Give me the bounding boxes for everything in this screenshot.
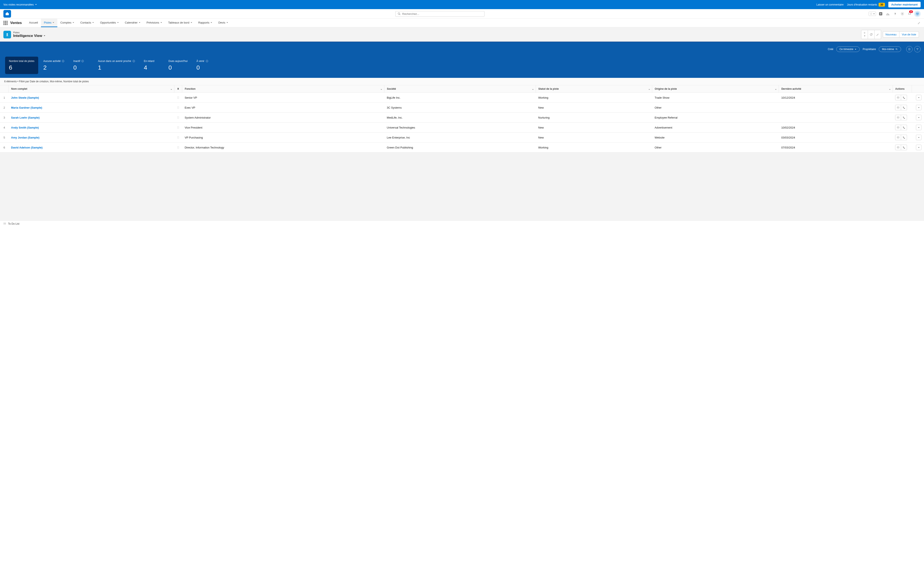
chevron-down-icon[interactable]: ⌄ — [170, 87, 172, 90]
nav-item-pistes[interactable]: Pistes — [41, 19, 57, 27]
nav-item-contacts[interactable]: Contacts — [77, 19, 97, 27]
call-button[interactable] — [901, 145, 907, 150]
refresh-button[interactable] — [868, 30, 874, 39]
row-number: 4 — [0, 123, 9, 133]
bookmark-toggle[interactable] — [174, 142, 182, 153]
bookmark-panel-button[interactable] — [906, 46, 912, 52]
setup-button[interactable] — [900, 11, 905, 16]
avatar-icon — [915, 12, 920, 16]
guidance-button[interactable] — [885, 11, 891, 16]
lead-name-link[interactable]: Sarah Loehr (Sample) — [11, 116, 39, 119]
metric-card[interactable]: Aucun dans un avenir proche1 — [94, 57, 138, 74]
call-button[interactable] — [901, 125, 907, 130]
inline-edit-button[interactable] — [874, 30, 881, 39]
lead-name-link[interactable]: Maria Gardner (Sample) — [11, 106, 42, 109]
lead-name-link[interactable]: Amy Jordan (Sample) — [11, 136, 39, 139]
cell-activity — [779, 103, 892, 112]
row-more-button[interactable] — [916, 105, 921, 110]
buy-now-button[interactable]: Acheter maintenant — [888, 2, 921, 8]
bookmark-icon — [177, 136, 179, 139]
scope-filter-button[interactable]: Moi-même — [879, 46, 901, 52]
filter-toggle-button[interactable] — [914, 46, 921, 52]
app-launcher-button[interactable] — [3, 21, 8, 25]
bookmark-toggle[interactable] — [174, 133, 182, 142]
chevron-down-icon[interactable]: ⌄ — [775, 87, 777, 90]
nav-item-accueil[interactable]: Accueil — [26, 19, 41, 27]
nav-item-rapports[interactable]: Rapports — [195, 19, 215, 27]
lead-name-link[interactable]: John Steele (Sample) — [11, 96, 39, 99]
bookmark-toggle[interactable] — [174, 112, 182, 123]
email-button[interactable] — [895, 105, 901, 110]
view-switcher[interactable]: Intelligence View — [13, 34, 45, 38]
new-button[interactable]: Nouveau — [883, 32, 899, 38]
metric-card[interactable]: Aucune activité2 — [39, 57, 68, 74]
email-button[interactable] — [895, 125, 901, 130]
chevron-down-icon[interactable]: ⌄ — [532, 87, 534, 90]
nav-item-calendrier[interactable]: Calendrier — [122, 19, 143, 27]
leave-comment-link[interactable]: Laisser un commentaire — [816, 3, 844, 6]
chevron-down-icon[interactable]: ⌄ — [648, 87, 650, 90]
global-search[interactable] — [395, 11, 485, 17]
metric-card[interactable]: Dues aujourd'hui0 — [165, 57, 191, 74]
email-button[interactable] — [895, 115, 901, 120]
search-input[interactable] — [402, 12, 482, 15]
col-status[interactable]: Statut de la piste⌄ — [536, 85, 652, 93]
bookmark-toggle[interactable] — [174, 93, 182, 103]
col-company[interactable]: Société⌄ — [384, 85, 536, 93]
call-button[interactable] — [901, 115, 907, 120]
add-button[interactable] — [878, 11, 883, 16]
call-button[interactable] — [901, 105, 907, 110]
chevron-down-icon — [190, 22, 193, 24]
nav-item-devis[interactable]: Devis — [215, 19, 231, 27]
call-button[interactable] — [901, 95, 907, 100]
metric-label: Dues aujourd'hui — [169, 60, 188, 63]
avatar[interactable] — [914, 10, 921, 17]
row-more-button[interactable] — [916, 125, 921, 130]
col-name[interactable]: Nom complet⌄ — [9, 85, 174, 93]
col-origin[interactable]: Origine de la piste⌄ — [652, 85, 778, 93]
nav-bar: Ventes AccueilPistesComptesContactsOppor… — [0, 19, 924, 27]
metric-label: Aucun dans un avenir proche — [98, 60, 135, 63]
notifications-button[interactable]: 10 — [907, 11, 912, 16]
metric-card[interactable]: Nombre total de pistes6 — [5, 57, 38, 74]
chevron-down-icon[interactable]: ⌄ — [889, 87, 891, 90]
nav-item-opportunités[interactable]: Opportunités — [97, 19, 122, 27]
nav-edit-button[interactable] — [918, 21, 921, 24]
row-more-button[interactable] — [916, 135, 921, 140]
nav-item-tableaux-de-bord[interactable]: Tableaux de bord — [165, 19, 195, 27]
app-logo[interactable] — [3, 10, 11, 18]
nav-item-prévisions[interactable]: Prévisions — [143, 19, 165, 27]
email-button[interactable] — [895, 95, 901, 100]
metric-card[interactable]: À venir0 — [193, 57, 216, 74]
bookmark-toggle[interactable] — [174, 123, 182, 133]
list-settings-button[interactable] — [861, 30, 868, 39]
todo-list-button[interactable]: To Do List — [8, 222, 19, 225]
col-activity[interactable]: Dernière activité⌄ — [779, 85, 892, 93]
email-button[interactable] — [895, 145, 901, 150]
envelope-icon — [897, 126, 900, 129]
lead-name-link[interactable]: David Adelson (Sample) — [11, 146, 42, 149]
nav-item-comptes[interactable]: Comptes — [57, 19, 77, 27]
row-more-button[interactable] — [916, 95, 921, 100]
favorites-button[interactable] — [868, 12, 876, 16]
help-button[interactable]: ? — [892, 11, 898, 16]
recommended-visits-link[interactable]: Vos visites recommandées — [3, 3, 37, 6]
bookmark-icon — [177, 116, 179, 119]
metric-card[interactable]: En retard4 — [140, 57, 164, 74]
question-icon: ? — [894, 12, 897, 15]
bookmark-toggle[interactable] — [174, 103, 182, 112]
chevron-down-icon — [211, 22, 212, 24]
email-button[interactable] — [895, 135, 901, 140]
list-view-button[interactable]: Vue de liste — [899, 32, 919, 38]
lead-name-link[interactable]: Andy Smith (Sample) — [11, 126, 39, 129]
caret-down-icon — [44, 35, 45, 37]
chevron-down-icon[interactable]: ⌄ — [380, 87, 382, 90]
row-more-button[interactable] — [916, 115, 921, 120]
svg-point-19 — [83, 60, 83, 61]
call-button[interactable] — [901, 135, 907, 140]
col-function[interactable]: Fonction⌄ — [182, 85, 384, 93]
row-more-button[interactable] — [916, 145, 921, 150]
col-bookmark[interactable] — [174, 85, 182, 93]
metric-card[interactable]: Inactif0 — [69, 57, 93, 74]
period-filter-button[interactable]: Ce trimestre — [836, 46, 860, 52]
